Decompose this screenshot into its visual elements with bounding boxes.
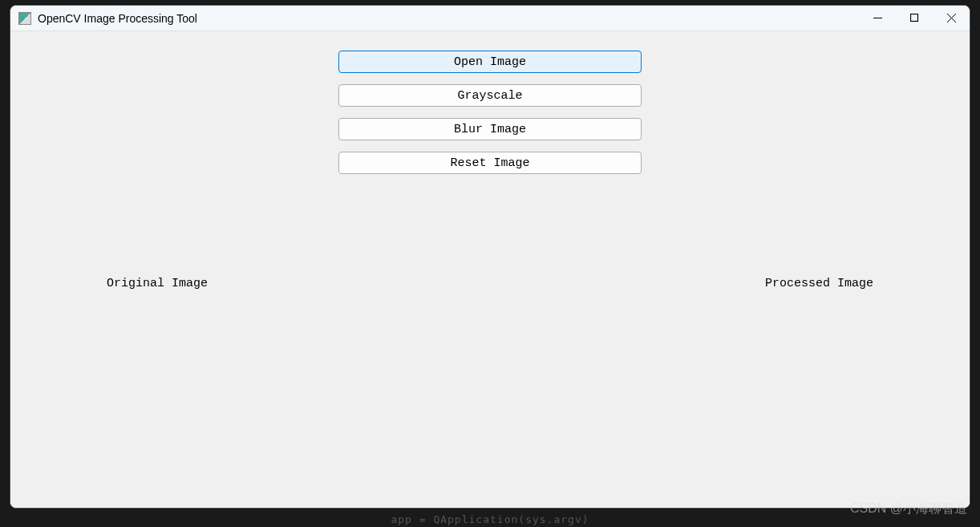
reset-image-button[interactable]: Reset Image [338, 152, 642, 174]
original-image-label: Original Image [107, 277, 208, 290]
close-icon [947, 14, 956, 22]
client-area: Open Image Grayscale Blur Image Reset Im… [10, 31, 970, 508]
button-toolbar: Open Image Grayscale Blur Image Reset Im… [10, 51, 970, 174]
minimize-button[interactable] [859, 6, 896, 30]
blur-image-button[interactable]: Blur Image [338, 118, 642, 140]
background-code-text: app = QApplication(sys.argv) [391, 513, 589, 525]
grayscale-button[interactable]: Grayscale [338, 84, 642, 107]
close-button[interactable] [933, 6, 970, 30]
open-image-button[interactable]: Open Image [338, 51, 642, 73]
maximize-button[interactable] [896, 6, 933, 30]
svg-rect-1 [910, 14, 917, 22]
titlebar[interactable]: OpenCV Image Processing Tool [10, 6, 970, 31]
application-window: OpenCV Image Processing Tool Open Image … [10, 5, 970, 509]
window-controls [859, 6, 970, 30]
minimize-icon [873, 14, 882, 22]
window-title: OpenCV Image Processing Tool [38, 12, 859, 25]
image-labels-row: Original Image Processed Image [10, 277, 970, 290]
maximize-icon [910, 14, 919, 22]
processed-image-label: Processed Image [765, 277, 873, 290]
app-icon [18, 12, 31, 25]
